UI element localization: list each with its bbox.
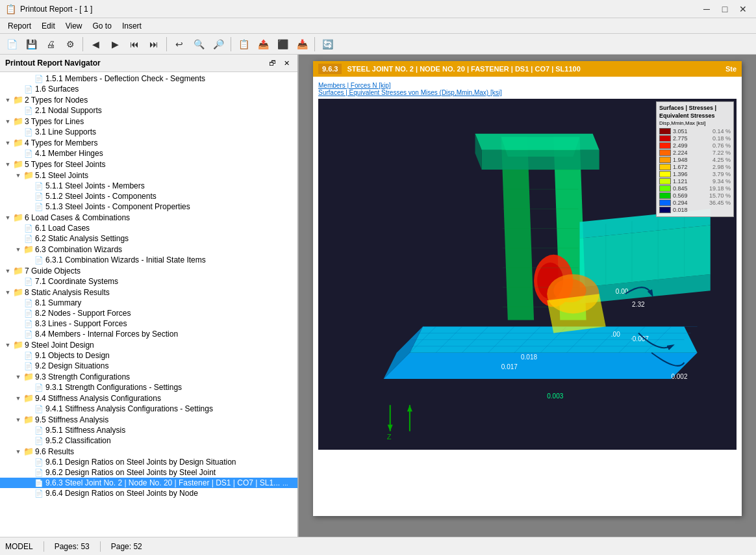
tree-label: 5.1 Steel Joints xyxy=(35,171,88,180)
tree-item-9.3.1[interactable]: 📄 9.3.1 Strength Configurations - Settin… xyxy=(0,382,297,393)
tree-item-5[interactable]: ▼ 📁 5 Types for Steel Joints xyxy=(0,159,297,170)
tree-item-5.1[interactable]: ▼ 📁 5.1 Steel Joints xyxy=(0,170,297,181)
tb-settings[interactable]: ⚙ xyxy=(61,36,79,53)
tb-print[interactable]: 🖨 xyxy=(42,36,60,53)
tb-refresh[interactable]: 🔄 xyxy=(318,36,336,53)
tree-item-5.1.2[interactable]: 📄 5.1.2 Steel Joints - Components xyxy=(0,191,297,201)
tree-toggle[interactable]: ▼ xyxy=(13,395,23,402)
tree-toggle[interactable]: ▼ xyxy=(3,268,13,274)
tree-item-9.6[interactable]: ▼ 📁 9.6 Results xyxy=(0,446,297,457)
tree-item-6.1[interactable]: 📄 6.1 Load Cases xyxy=(0,223,297,233)
tree-item-5.1.3[interactable]: 📄 5.1.3 Steel Joints - Component Propert… xyxy=(0,201,297,212)
menu-edit[interactable]: Edit xyxy=(36,20,60,32)
tree-item-9.6.3[interactable]: 📄 9.6.3 Steel Joint No. 2 | Node No. 20 … xyxy=(0,478,297,488)
menu-insert[interactable]: Insert xyxy=(117,20,147,32)
tree-toggle[interactable]: ▼ xyxy=(13,246,23,253)
tb-prev[interactable]: ◀ xyxy=(86,36,105,53)
tree-item-9.5.1[interactable]: 📄 9.5.1 Stiffness Analysis xyxy=(0,425,297,435)
tree-toggle[interactable]: ▼ xyxy=(13,374,23,380)
tree-item-2[interactable]: ▼ 📁 2 Types for Nodes xyxy=(0,94,297,105)
tree-item-6.2[interactable]: 📄 6.2 Static Analysis Settings xyxy=(0,233,297,244)
tree-toggle[interactable]: ▼ xyxy=(3,118,13,125)
doc-icon: 📄 xyxy=(23,309,34,318)
legend-row: 1.396 3.79 % xyxy=(659,171,731,177)
tree-item-4.1[interactable]: 📄 4.1 Member Hinges xyxy=(0,148,297,159)
status-bar: MODEL Pages: 53 Page: 52 xyxy=(0,537,756,555)
tree-item-9.4.1[interactable]: 📄 9.4.1 Stiffness Analysis Configuration… xyxy=(0,404,297,414)
tb-last[interactable]: ⏭ xyxy=(145,36,163,53)
tree-item-8[interactable]: ▼ 📁 8 Static Analysis Results xyxy=(0,287,297,298)
tree-item-8.4[interactable]: 📄 8.4 Members - Internal Forces by Secti… xyxy=(0,329,297,339)
svg-marker-31 xyxy=(475,134,599,150)
tree-item-8.3[interactable]: 📄 8.3 Lines - Support Forces xyxy=(0,318,297,329)
doc-icon: 📄 xyxy=(23,320,34,328)
close-button[interactable]: ✕ xyxy=(735,1,751,17)
legend-value: 2.775 xyxy=(673,135,688,142)
doc-icon: 📄 xyxy=(23,362,34,370)
nav-header: Printout Report Navigator 🗗 ✕ xyxy=(0,55,297,72)
tree-toggle[interactable]: ▼ xyxy=(3,97,13,103)
nav-restore-button[interactable]: 🗗 xyxy=(266,57,278,69)
tree-item-7.1[interactable]: 📄 7.1 Coordinate Systems xyxy=(0,276,297,287)
tb-back[interactable]: ↩ xyxy=(170,36,188,53)
tree-toggle[interactable]: ▼ xyxy=(3,161,13,168)
tb-first[interactable]: ⏮ xyxy=(125,36,144,53)
tree-item-4[interactable]: ▼ 📁 4 Types for Members xyxy=(0,137,297,148)
menu-goto[interactable]: Go to xyxy=(88,20,117,32)
tree-item-8.2[interactable]: 📄 8.2 Nodes - Support Forces xyxy=(0,308,297,318)
tree-item-9.6.1[interactable]: 📄 9.6.1 Design Ratios on Steel Joints by… xyxy=(0,457,297,467)
tree-item-9.1[interactable]: 📄 9.1 Objects to Design xyxy=(0,350,297,361)
content-area[interactable]: 9.6.3 STEEL JOINT NO. 2 | NODE NO. 20 | … xyxy=(299,55,756,537)
tree-toggle[interactable]: ▼ xyxy=(3,140,13,146)
tree-item-6.3.1[interactable]: 📄 6.3.1 Combination Wizards - Initial St… xyxy=(0,255,297,265)
menu-report[interactable]: Report xyxy=(3,20,36,32)
tb-new[interactable]: 📄 xyxy=(3,36,21,53)
legend-row: 1.948 4.25 % xyxy=(659,157,731,163)
tree-item-8.1[interactable]: 📄 8.1 Summary xyxy=(0,298,297,308)
tree-item-9.5.2[interactable]: 📄 9.5.2 Classification xyxy=(0,435,297,446)
tree-toggle[interactable]: ▼ xyxy=(3,214,13,221)
tb-export[interactable]: 📤 xyxy=(254,36,272,53)
svg-marker-1 xyxy=(384,353,698,379)
tree-item-1.5.1[interactable]: 📄 1.5.1 Members - Deflection Check - Seg… xyxy=(0,73,297,84)
tree-toggle[interactable]: ▼ xyxy=(3,289,13,296)
tb-import[interactable]: 📥 xyxy=(293,36,311,53)
tree-item-7[interactable]: ▼ 📁 7 Guide Objects xyxy=(0,265,297,276)
tree-label: 9.1 Objects to Design xyxy=(35,351,110,360)
tree-item-9.6.2[interactable]: 📄 9.6.2 Design Ratios on Steel Joints by… xyxy=(0,467,297,478)
tb-save[interactable]: 💾 xyxy=(22,36,40,53)
tree-item-6[interactable]: ▼ 📁 6 Load Cases & Combinations xyxy=(0,212,297,223)
tb-copy[interactable]: 📋 xyxy=(234,36,253,53)
tree-item-2.1[interactable]: 📄 2.1 Nodal Supports xyxy=(0,105,297,116)
menu-view[interactable]: View xyxy=(60,20,88,32)
tree-item-9.4[interactable]: ▼ 📁 9.4 Stiffness Analysis Configuration… xyxy=(0,393,297,404)
tb-next[interactable]: ▶ xyxy=(106,36,124,53)
maximize-button[interactable]: □ xyxy=(717,1,733,17)
toolbar-separator-2 xyxy=(166,37,167,51)
tree-item-9.5[interactable]: ▼ 📁 9.5 Stiffness Analysis xyxy=(0,414,297,425)
link-members[interactable]: Members | Forces N [kip] xyxy=(318,82,391,89)
tree-item-9.6.4[interactable]: 📄 9.6.4 Design Ratios on Steel Joints by… xyxy=(0,488,297,498)
tree-item-1.6[interactable]: 📄 1.6 Surfaces xyxy=(0,84,297,94)
tree-label: 9.6 Results xyxy=(35,447,74,456)
tree-toggle[interactable]: ▼ xyxy=(13,448,23,455)
tb-block[interactable]: ⬛ xyxy=(273,36,292,53)
tree-item-9.3[interactable]: ▼ 📁 9.3 Strength Configurations xyxy=(0,371,297,382)
tree-toggle[interactable]: ▼ xyxy=(3,342,13,348)
nav-tree[interactable]: 📄 1.5.1 Members - Deflection Check - Seg… xyxy=(0,72,297,537)
tree-item-5.1.1[interactable]: 📄 5.1.1 Steel Joints - Members xyxy=(0,181,297,191)
tree-item-3[interactable]: ▼ 📁 3 Types for Lines xyxy=(0,116,297,127)
tree-item-9.2[interactable]: 📄 9.2 Design Situations xyxy=(0,361,297,371)
tree-item-6.3[interactable]: ▼ 📁 6.3 Combination Wizards xyxy=(0,244,297,255)
tree-toggle[interactable]: ▼ xyxy=(13,417,23,423)
report-header: 9.6.3 STEEL JOINT NO. 2 | NODE NO. 20 | … xyxy=(313,61,742,77)
tree-item-3.1[interactable]: 📄 3.1 Line Supports xyxy=(0,127,297,137)
legend-pct: 0.76 % xyxy=(712,142,731,149)
tree-item-9[interactable]: ▼ 📁 9 Steel Joint Design xyxy=(0,339,297,350)
tree-toggle[interactable]: ▼ xyxy=(13,172,23,179)
link-surfaces[interactable]: Surfaces | Equivalent Stresses von Mises… xyxy=(318,89,502,96)
tb-zoom-in[interactable]: 🔍 xyxy=(190,36,208,53)
nav-close-button[interactable]: ✕ xyxy=(281,57,292,69)
minimize-button[interactable]: ─ xyxy=(699,1,714,17)
tb-zoom-out[interactable]: 🔎 xyxy=(209,36,227,53)
